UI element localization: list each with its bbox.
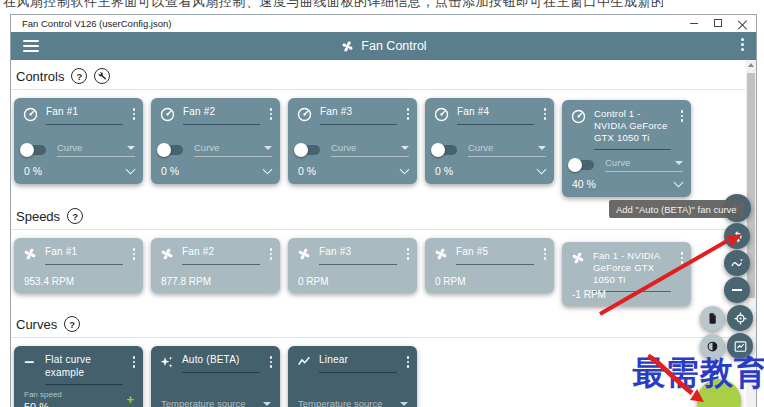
gauge-icon [570, 108, 587, 125]
rpm-value: 953.4 RPM [24, 276, 74, 287]
refresh-sensors-button[interactable] [724, 223, 750, 249]
card-menu-kebab-icon[interactable] [541, 106, 549, 120]
chevron-down-icon [675, 161, 683, 165]
controls-help-icon[interactable]: ? [71, 68, 87, 84]
tooltip: Add "Auto (BETA)" fan curve [609, 200, 744, 218]
curve-name-field[interactable]: Flat curve example [45, 354, 123, 385]
curves-help-icon[interactable]: ? [64, 316, 80, 332]
expand-chevron-icon[interactable] [263, 164, 273, 174]
curve-card-auto: Auto (BETA) Temperature source [151, 346, 280, 407]
fan-icon [296, 246, 312, 262]
file-icon [706, 312, 719, 325]
curve-name-field[interactable]: Auto (BETA) [182, 354, 260, 373]
control-name-field[interactable]: Fan #4 [457, 106, 534, 125]
curve-dropdown[interactable]: Curve [468, 142, 546, 157]
speed-card-fan3: Fan #3 0 RPM [288, 238, 417, 293]
gauge-icon [22, 106, 39, 123]
gauge-icon [296, 106, 313, 123]
close-icon [738, 19, 747, 28]
minimize-icon [690, 23, 698, 24]
locate-target-icon-button[interactable] [727, 305, 753, 331]
card-menu-kebab-icon[interactable] [404, 246, 412, 260]
curve-dropdown[interactable]: Curve [605, 157, 683, 172]
speed-name-field[interactable]: Fan #5 [456, 246, 534, 265]
increase-button[interactable]: + [126, 392, 134, 407]
control-enable-toggle[interactable] [570, 160, 594, 170]
expand-chevron-icon[interactable] [537, 164, 547, 174]
curve-card-flat: Flat curve example Fan speed 50 % + – [14, 346, 143, 407]
temperature-source-dropdown[interactable]: Temperature source [161, 398, 271, 407]
speed-name-field[interactable]: Fan #2 [182, 246, 260, 265]
card-menu-kebab-icon[interactable] [678, 250, 686, 264]
gauge-icon [433, 106, 450, 123]
collapse-all-button[interactable] [724, 277, 750, 303]
gauge-icon [159, 106, 176, 123]
speed-name-field[interactable]: Fan 1 - NVIDIA GeForce GTX 1050 Ti [593, 250, 671, 292]
card-menu-kebab-icon[interactable] [267, 246, 275, 260]
close-button[interactable] [730, 15, 754, 31]
card-menu-kebab-icon[interactable] [404, 354, 412, 368]
watermark-text: 最需教育 [632, 351, 764, 396]
control-enable-toggle[interactable] [159, 145, 183, 155]
curve-dropdown[interactable]: Curve [331, 142, 409, 157]
speed-name-field[interactable]: Fan #3 [319, 246, 397, 265]
controls-settings-wrench-icon[interactable] [94, 68, 110, 84]
card-menu-kebab-icon[interactable] [130, 246, 138, 260]
speed-name-field[interactable]: Fan #1 [45, 246, 123, 265]
expand-chevron-icon[interactable] [400, 164, 410, 174]
speed-card-fan1: Fan #1 953.4 RPM [14, 238, 143, 293]
config-file-button[interactable] [700, 306, 725, 331]
speed-card-fan5: Fan #5 0 RPM [425, 238, 554, 293]
chevron-down-icon [264, 146, 272, 150]
expand-chevron-icon[interactable] [126, 164, 136, 174]
sync-icon [730, 229, 745, 244]
control-enable-toggle[interactable] [433, 145, 457, 155]
card-menu-kebab-icon[interactable] [541, 246, 549, 260]
control-card-fan3: Fan #3 Curve 0 % [288, 98, 417, 184]
curve-card-linear: Linear Temperature source [288, 346, 417, 407]
expand-chevron-icon[interactable] [674, 177, 684, 187]
sparkles-icon [159, 354, 175, 370]
card-menu-kebab-icon[interactable] [267, 106, 275, 120]
control-name-field[interactable]: Fan #2 [183, 106, 260, 125]
fan-speed-label: Fan speed [24, 390, 134, 399]
scroll-up-arrow[interactable] [746, 60, 756, 70]
control-enable-toggle[interactable] [296, 145, 320, 155]
control-percent: 0 % [24, 165, 42, 177]
control-percent: 40 % [572, 178, 596, 190]
maximize-button[interactable] [706, 15, 730, 31]
chevron-down-icon [538, 146, 546, 150]
overflow-menu-icon[interactable] [737, 38, 747, 54]
card-menu-kebab-icon[interactable] [678, 108, 686, 122]
speeds-help-icon[interactable]: ? [67, 208, 83, 224]
chevron-down-icon [401, 146, 409, 150]
card-menu-kebab-icon[interactable] [130, 354, 138, 368]
control-enable-toggle[interactable] [22, 145, 46, 155]
card-menu-kebab-icon[interactable] [130, 106, 138, 120]
control-name-field[interactable]: Control 1 - NVIDIA GeForce GTX 1050 Ti [594, 108, 671, 150]
minimize-button[interactable] [682, 15, 706, 31]
control-name-field[interactable]: Fan #1 [46, 106, 123, 125]
mixed-curve-button[interactable] [724, 250, 750, 276]
controls-section-title: Controls [16, 69, 64, 84]
flat-line-icon [22, 354, 38, 370]
window-titlebar: Fan Control V126 (userConfig.json) [11, 15, 756, 32]
maximize-icon [714, 19, 722, 27]
temperature-source-dropdown[interactable]: Temperature source [298, 398, 408, 407]
control-card-fan4: Fan #4 Curve 0 % [425, 98, 554, 184]
curve-dropdown[interactable]: Curve [194, 142, 272, 157]
curve-dropdown[interactable]: Curve [57, 142, 135, 157]
rpm-value: 877.8 RPM [161, 276, 211, 287]
fan-icon [22, 246, 38, 262]
fan-icon [340, 39, 355, 54]
control-percent: 0 % [435, 165, 453, 177]
curve-name-field[interactable]: Linear [319, 354, 397, 373]
curves-section-title: Curves [16, 317, 57, 332]
control-name-field[interactable]: Fan #3 [320, 106, 397, 125]
speed-card-fan2: Fan #2 877.8 RPM [151, 238, 280, 293]
fan-speed-value-field[interactable]: 50 % [24, 401, 134, 407]
minus-icon [732, 289, 742, 291]
control-card-gpu: Control 1 - NVIDIA GeForce GTX 1050 Ti C… [562, 100, 691, 197]
card-menu-kebab-icon[interactable] [404, 106, 412, 120]
card-menu-kebab-icon[interactable] [267, 354, 275, 368]
